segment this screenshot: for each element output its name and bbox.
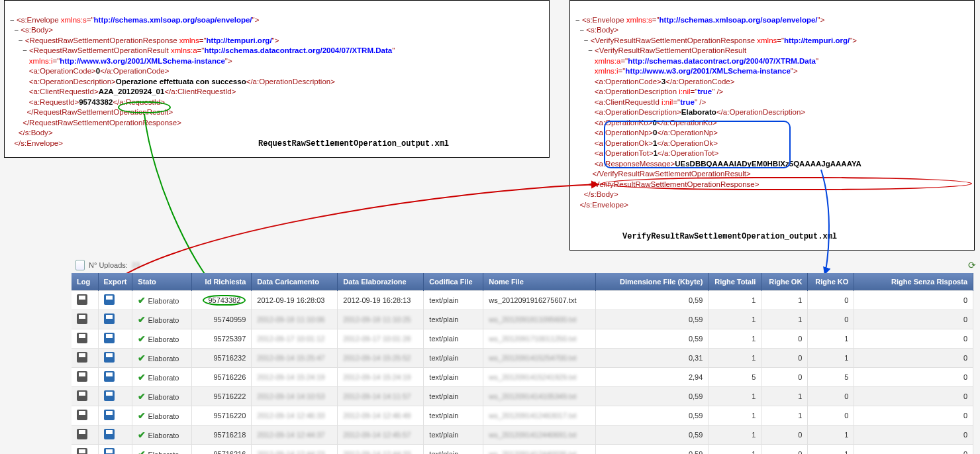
sr-cell: 0 — [854, 386, 973, 406]
export-cell[interactable] — [98, 406, 132, 425]
reload-icon[interactable]: ⟳ — [968, 260, 976, 270]
check-icon: ✔ — [138, 391, 146, 402]
save-icon[interactable] — [77, 313, 87, 324]
table-row: ✔ Elaborato957162322012-09-14 15:25:4720… — [72, 348, 973, 367]
th-id[interactable]: Id Richiesta — [192, 273, 252, 290]
save-icon-blue[interactable] — [104, 410, 115, 420]
save-icon-blue[interactable] — [104, 333, 115, 343]
id-cell: 95716226 — [192, 367, 252, 386]
nome-cell: ws_2012091811095600.txt — [483, 310, 596, 329]
log-cell[interactable] — [72, 310, 98, 329]
th-ok[interactable]: Righe OK — [761, 273, 808, 290]
uploads-header: N° Uploads: 23 — [75, 260, 140, 270]
export-cell[interactable] — [98, 367, 132, 386]
table-row: ✔ Elaborato957433822012-09-19 16:28:0320… — [72, 290, 973, 310]
ko-cell: 1 — [808, 329, 854, 348]
th-tot[interactable]: Righe Totali — [709, 273, 761, 290]
export-cell[interactable] — [98, 310, 132, 329]
ko-cell: 5 — [808, 367, 854, 386]
th-sr[interactable]: Righe Senza Risposta — [854, 273, 973, 290]
save-icon[interactable] — [77, 352, 87, 363]
save-icon-blue[interactable] — [104, 294, 115, 305]
codifica-cell: text/plain — [424, 310, 483, 329]
tot-cell: 1 — [709, 348, 761, 367]
nome-cell: ws_2012091412440036.txt — [483, 444, 596, 454]
ok-cell: 1 — [761, 406, 808, 425]
th-datae[interactable]: Data Elaborazione — [338, 273, 424, 290]
log-cell[interactable] — [72, 348, 98, 367]
save-icon-blue[interactable] — [104, 390, 115, 401]
codifica-cell: text/plain — [424, 406, 483, 425]
check-icon: ✔ — [138, 429, 146, 440]
sr-cell: 0 — [854, 329, 973, 348]
th-datac[interactable]: Data Caricamento — [252, 273, 338, 290]
stato-cell: ✔ Elaborato — [132, 425, 192, 444]
check-icon: ✔ — [138, 333, 146, 344]
export-cell[interactable] — [98, 329, 132, 348]
log-cell[interactable] — [72, 444, 98, 454]
th-ko[interactable]: Righe KO — [808, 273, 854, 290]
th-dim[interactable]: Dimensione File (Kbyte) — [596, 273, 709, 290]
save-icon[interactable] — [77, 410, 87, 420]
ok-cell: 0 — [761, 348, 808, 367]
export-cell[interactable] — [98, 444, 132, 454]
datac-cell: 2012-09-14 14:10:53 — [252, 386, 338, 406]
save-icon-blue[interactable] — [104, 352, 115, 363]
export-cell[interactable] — [98, 348, 132, 367]
log-cell[interactable] — [72, 290, 98, 310]
export-cell[interactable] — [98, 425, 132, 444]
datae-cell: 2012-09-14 12:44:33 — [338, 444, 424, 454]
log-cell[interactable] — [72, 367, 98, 386]
save-icon[interactable] — [77, 294, 87, 305]
save-icon[interactable] — [77, 390, 87, 401]
export-cell[interactable] — [98, 290, 132, 310]
th-export[interactable]: Export — [98, 273, 132, 290]
dim-cell: 0,59 — [596, 444, 709, 454]
th-stato[interactable]: Stato — [132, 273, 192, 290]
log-cell[interactable] — [72, 425, 98, 444]
th-nome[interactable]: Nome File — [483, 273, 596, 290]
sr-cell: 0 — [854, 367, 973, 386]
check-icon: ✔ — [138, 295, 146, 306]
ko-cell: 1 — [808, 444, 854, 454]
table-row: ✔ Elaborato957162182012-09-14 12:44:3720… — [72, 425, 973, 444]
nome-cell: ws_2012091415254700.txt — [483, 348, 596, 367]
log-cell[interactable] — [72, 406, 98, 425]
ko-cell: 1 — [808, 348, 854, 367]
id-cell: 95725397 — [192, 329, 252, 348]
id-cell: 95716232 — [192, 348, 252, 367]
codifica-cell: text/plain — [424, 386, 483, 406]
xml-panel-request: − <s:Envelope xmlns:s="http://schemas.xm… — [4, 0, 550, 158]
save-icon-blue[interactable] — [104, 448, 115, 455]
save-icon-blue[interactable] — [104, 429, 115, 439]
save-icon-blue[interactable] — [104, 371, 115, 382]
codifica-cell: text/plain — [424, 290, 483, 310]
log-cell[interactable] — [72, 329, 98, 348]
save-icon[interactable] — [77, 333, 87, 343]
save-icon[interactable] — [77, 371, 87, 382]
export-cell[interactable] — [98, 386, 132, 406]
id-cell: 95716218 — [192, 425, 252, 444]
th-codifica[interactable]: Codifica File — [424, 273, 483, 290]
filename-right: VerifyResultRawSettlementOperation_outpu… — [622, 232, 837, 241]
stato-cell: ✔ Elaborato — [132, 386, 192, 406]
table-row: ✔ Elaborato957162202012-09-14 12:46:3320… — [72, 406, 973, 425]
save-icon-blue[interactable] — [104, 313, 115, 324]
ko-cell: 0 — [808, 386, 854, 406]
log-cell[interactable] — [72, 386, 98, 406]
tot-cell: 1 — [709, 406, 761, 425]
table-row: ✔ Elaborato957162262012-09-14 15:24:1920… — [72, 367, 973, 386]
stato-cell: ✔ Elaborato — [132, 367, 192, 386]
save-icon[interactable] — [77, 429, 87, 439]
codifica-cell: text/plain — [424, 329, 483, 348]
ko-cell: 0 — [808, 310, 854, 329]
check-icon: ✔ — [138, 372, 146, 382]
save-icon[interactable] — [77, 448, 87, 455]
datac-cell: 2012-09-14 15:24:19 — [252, 367, 338, 386]
tot-cell: 1 — [709, 310, 761, 329]
dim-cell: 0,59 — [596, 406, 709, 425]
highlight-operation-counts — [604, 121, 791, 168]
th-log[interactable]: Log — [72, 273, 98, 290]
sr-cell: 0 — [854, 348, 973, 367]
datae-cell: 2012-09-14 15:24:19 — [338, 367, 424, 386]
